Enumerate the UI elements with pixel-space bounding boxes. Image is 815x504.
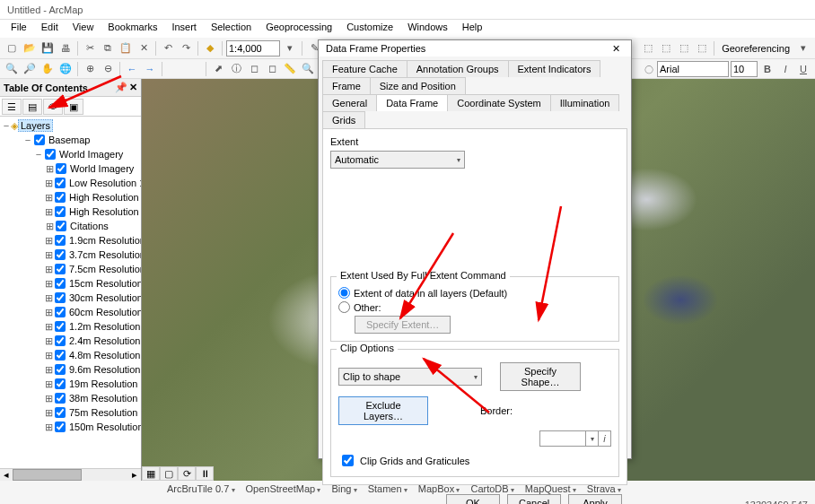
tab-general[interactable]: General (322, 94, 377, 111)
expand-icon[interactable]: ⊞ (45, 292, 53, 304)
toc-tab-visibility[interactable]: 👁 (43, 99, 63, 115)
tree-item[interactable]: ⊞High Resolution 3 (2, 204, 139, 219)
expand-icon[interactable]: ⊞ (45, 378, 53, 390)
layer-checkbox[interactable] (55, 335, 66, 346)
clip-select[interactable]: Clip to shape▾ (338, 368, 482, 386)
toc-tab-selection[interactable]: ▣ (64, 99, 83, 115)
layer-label[interactable]: 150m Resolution N (67, 421, 141, 432)
tree-item[interactable]: ⊞World Imagery (2, 161, 139, 176)
layer-label[interactable]: 60cm Resolution N (67, 307, 141, 317)
layer-label[interactable]: 9.6m Resolution M (67, 364, 141, 375)
layer-label[interactable]: 15cm Resolution N (67, 278, 141, 289)
layer-label[interactable]: Low Resolution 15 (67, 178, 141, 188)
undo-icon[interactable]: ↶ (160, 40, 176, 56)
menu-edit[interactable]: Edit (34, 20, 66, 38)
tab-coordinate-system[interactable]: Coordinate System (447, 94, 551, 111)
border-input[interactable]: ▾ i (539, 430, 611, 447)
layer-label[interactable]: 1.9cm Resolution (67, 235, 141, 246)
delete-icon[interactable]: ✕ (136, 40, 152, 56)
tab-extent-indicators[interactable]: Extent Indicators (508, 60, 601, 77)
layer-label[interactable]: 7.5cm Resolution (67, 264, 141, 274)
ok-button[interactable]: OK (446, 494, 500, 504)
tool2-icon[interactable]: ◻ (246, 61, 262, 77)
apply-button[interactable]: Apply (568, 494, 622, 504)
menu-selection[interactable]: Selection (204, 20, 259, 38)
georef-icon2[interactable]: ⬚ (658, 40, 674, 56)
paste-icon[interactable]: 📋 (118, 40, 134, 56)
georef-icon3[interactable]: ⬚ (676, 40, 692, 56)
tree-item[interactable]: ⊞1.2m Resolution M (2, 319, 139, 334)
expand-icon[interactable]: ⊞ (45, 235, 53, 247)
fixed-zoom-in-icon[interactable]: ⊕ (82, 61, 98, 77)
menu-view[interactable]: View (66, 20, 101, 38)
expand-icon[interactable]: ⊞ (45, 264, 53, 275)
tree-item[interactable]: ⊞4.8m Resolution M (2, 348, 139, 362)
menu-customize[interactable]: Customize (339, 20, 400, 38)
tab-size-position[interactable]: Size and Position (370, 77, 466, 94)
tree-item[interactable]: ⊞3.7cm Resolution (2, 248, 139, 262)
pan-icon[interactable]: ✋ (39, 61, 56, 77)
zoom-in-icon[interactable]: 🔍 (4, 61, 20, 77)
layer-checkbox[interactable] (55, 249, 66, 260)
layer-checkbox[interactable] (55, 278, 66, 289)
layer-checkbox[interactable] (55, 321, 66, 332)
tree-item[interactable]: ⊞1.9cm Resolution (2, 233, 139, 248)
border-dropdown-icon[interactable]: ▾ (585, 431, 598, 446)
tree-item[interactable]: ⊞Citations (2, 219, 139, 233)
menu-help[interactable]: Help (455, 20, 490, 38)
cancel-button[interactable]: Cancel (507, 494, 561, 504)
layer-label[interactable]: World Imagery (57, 149, 125, 160)
radio-default-extent[interactable]: Extent of data in all layers (Default) (338, 287, 611, 299)
tree-item[interactable]: ⊞7.5cm Resolution (2, 262, 139, 276)
underline-icon[interactable]: U (795, 61, 811, 77)
tab-feature-cache[interactable]: Feature Cache (322, 60, 408, 77)
tree-item[interactable]: ⊞38m Resolution M (2, 391, 139, 405)
tool3-icon[interactable]: ◻ (264, 61, 280, 77)
print-icon[interactable]: 🖶 (57, 40, 74, 56)
specify-extent-button[interactable]: Specify Extent… (355, 316, 451, 334)
layer-checkbox[interactable] (55, 307, 66, 317)
find-icon[interactable]: 🔍 (300, 61, 316, 77)
tree-item[interactable]: −World Imagery (2, 147, 139, 161)
pin-icon[interactable]: 📌 (115, 82, 127, 93)
layer-checkbox[interactable] (56, 163, 66, 174)
tree-item[interactable]: ⊞30cm Resolution N (2, 291, 139, 305)
expand-icon[interactable]: ⊞ (45, 178, 53, 189)
radio-other-input[interactable] (338, 301, 350, 313)
layout-view-icon[interactable]: ▢ (160, 466, 178, 481)
extent-select[interactable]: Automatic▾ (330, 151, 465, 169)
layer-label[interactable]: 38m Resolution M (67, 393, 141, 404)
expand-icon[interactable]: ⊞ (45, 163, 54, 175)
layer-checkbox[interactable] (55, 421, 66, 432)
italic-icon[interactable]: I (777, 61, 793, 77)
layer-label[interactable]: Citations (68, 221, 110, 231)
menu-bookmarks[interactable]: Bookmarks (101, 20, 164, 38)
layer-checkbox[interactable] (55, 292, 66, 303)
close-icon[interactable]: ✕ (129, 82, 137, 93)
expand-icon[interactable]: − (34, 149, 43, 160)
tree-item[interactable]: ⊞150m Resolution N (2, 420, 139, 434)
layer-checkbox[interactable] (55, 364, 66, 375)
expand-icon[interactable]: − (2, 120, 11, 131)
identify-icon[interactable]: ⓘ (228, 61, 244, 77)
tab-grids[interactable]: Grids (322, 111, 365, 128)
radio-default-input[interactable] (338, 287, 350, 299)
close-icon[interactable]: ✕ (608, 40, 624, 56)
zoom-out-icon[interactable]: 🔎 (22, 61, 38, 77)
layer-checkbox[interactable] (55, 264, 66, 274)
font-select[interactable]: Arial (657, 61, 729, 77)
expand-icon[interactable]: ⊞ (45, 393, 53, 404)
dropdown-icon[interactable]: ▾ (795, 40, 811, 56)
georeferencing-menu[interactable]: Georeferencing (718, 43, 793, 54)
layer-label[interactable]: 1.2m Resolution M (67, 321, 141, 332)
layer-checkbox[interactable] (55, 178, 66, 188)
expand-icon[interactable]: ⊞ (45, 335, 53, 347)
menu-insert[interactable]: Insert (164, 20, 204, 38)
data-view-icon[interactable]: ▦ (142, 466, 160, 481)
layer-label[interactable]: High Resolution 3 (67, 206, 141, 217)
fixed-zoom-out-icon[interactable]: ⊖ (100, 61, 116, 77)
full-extent-icon[interactable]: 🌐 (57, 61, 74, 77)
forward-icon[interactable]: → (142, 61, 158, 77)
layer-label[interactable]: 3.7cm Resolution (67, 249, 141, 260)
expand-icon[interactable]: ⊞ (45, 249, 53, 261)
